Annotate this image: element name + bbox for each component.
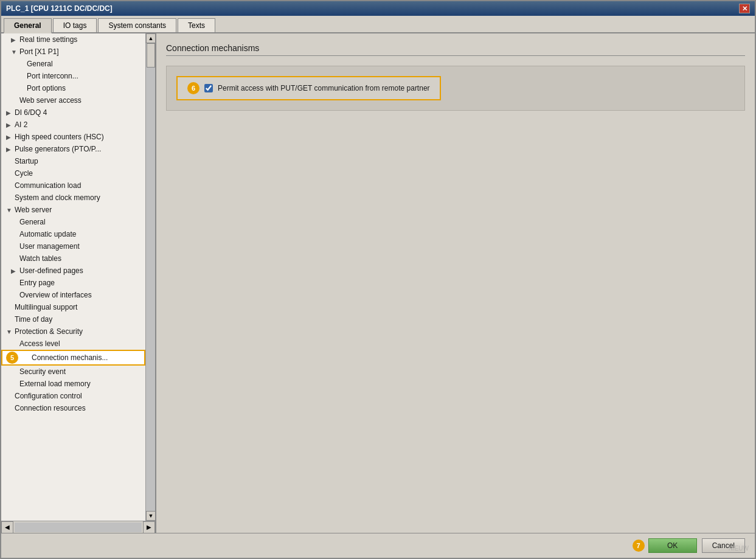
sidebar-item-label: Real time settings — [19, 35, 77, 44]
checkbox-section: 6 Permit access with PUT/GET communicati… — [166, 66, 745, 111]
sidebar-item-auto-update[interactable]: Automatic update — [1, 228, 145, 240]
sidebar-item-port-options[interactable]: Port options — [1, 82, 145, 94]
sidebar-hscroll: ◀ ▶ — [1, 521, 155, 533]
sidebar-item-conn-resources[interactable]: Connection resources — [1, 402, 145, 414]
sidebar-item-cycle[interactable]: Cycle — [1, 167, 145, 179]
sidebar-item-startup[interactable]: Startup — [1, 155, 145, 167]
tab-general[interactable]: General — [4, 18, 52, 33]
tab-io-tags[interactable]: IO tags — [53, 18, 97, 32]
arrow-icon: ▶ — [11, 36, 17, 43]
sidebar-item-real-time-settings[interactable]: ▶ Real time settings — [1, 33, 145, 46]
sidebar-item-di6dq4[interactable]: ▶ DI 6/DQ 4 — [1, 106, 145, 119]
sidebar-item-user-defined-pages[interactable]: ▶ User-defined pages — [1, 265, 145, 277]
sidebar-item-port-x1p1[interactable]: ▼ Port [X1 P1] — [1, 46, 145, 58]
sidebar-item-protection-security[interactable]: ▼ Protection & Security — [1, 325, 145, 338]
sidebar-item-access-level[interactable]: Access level — [1, 338, 145, 350]
sidebar-item-label: AI 2 — [15, 120, 27, 129]
sidebar-vscroll: ▲ ▼ — [145, 33, 155, 521]
arrow-icon: ▶ — [6, 122, 12, 128]
sidebar-item-label: Connection resources — [15, 404, 86, 412]
tab-system-constants[interactable]: System constants — [98, 18, 176, 32]
sidebar-item-label: External load memory — [19, 380, 91, 388]
tab-texts[interactable]: Texts — [178, 18, 215, 32]
ok-button[interactable]: OK — [648, 538, 697, 553]
panel-title: Connection mechanisms — [166, 43, 745, 56]
sidebar-item-pulse-gen[interactable]: ▶ Pulse generators (PTO/P... — [1, 143, 145, 155]
hscroll-track — [15, 523, 142, 532]
arrow-icon: ▼ — [6, 328, 12, 335]
sidebar-item-label: User management — [19, 242, 80, 251]
main-panel: Connection mechanisms 6 Permit access wi… — [156, 33, 755, 533]
sidebar-item-ext-load-memory[interactable]: External load memory — [1, 378, 145, 390]
step-badge-5: 5 — [6, 352, 18, 364]
sidebar-item-label: Web server access — [19, 96, 81, 105]
vscroll-down-button[interactable]: ▼ — [146, 511, 155, 521]
sidebar-item-web-server-access[interactable]: Web server access — [1, 94, 145, 106]
arrow-icon: ▶ — [6, 109, 12, 116]
tree-container[interactable]: ▶ Real time settings ▼ Port [X1 P1] Gene… — [1, 33, 145, 521]
sidebar: ▶ Real time settings ▼ Port [X1 P1] Gene… — [1, 33, 156, 533]
hscroll-right-button[interactable]: ▶ — [143, 521, 155, 533]
step-badge-6: 6 — [187, 82, 199, 94]
sidebar-item-comm-load[interactable]: Communication load — [1, 179, 145, 192]
sidebar-item-label: Multilingual support — [15, 303, 77, 311]
sidebar-item-label: Time of day — [15, 315, 52, 324]
sidebar-item-label: Web server — [15, 206, 52, 214]
close-button[interactable]: ✕ — [739, 4, 750, 13]
sidebar-item-sys-clock-mem[interactable]: System and clock memory — [1, 192, 145, 204]
tab-bar: General IO tags System constants Texts — [1, 16, 755, 33]
sidebar-item-label: General — [19, 218, 46, 226]
hscroll-left-button[interactable]: ◀ — [1, 521, 13, 533]
sidebar-item-ai2[interactable]: ▶ AI 2 — [1, 119, 145, 131]
step-badge-7: 7 — [633, 540, 645, 552]
sidebar-item-label: Communication load — [15, 181, 81, 190]
sidebar-item-label: Overview of interfaces — [19, 291, 92, 299]
sidebar-item-security-event[interactable]: Security event — [1, 366, 145, 378]
sidebar-item-label: General — [27, 60, 53, 68]
sidebar-item-web-general[interactable]: General — [1, 216, 145, 228]
sidebar-item-multilingual[interactable]: Multilingual support — [1, 301, 145, 313]
sidebar-item-label: Entry page — [19, 279, 55, 287]
sidebar-item-hsc[interactable]: ▶ High speed counters (HSC) — [1, 131, 145, 143]
permit-access-checkbox[interactable] — [204, 84, 213, 92]
sidebar-item-label: Security event — [19, 367, 66, 376]
sidebar-item-label: Automatic update — [19, 230, 76, 238]
watermark: NIEUW — [729, 545, 749, 552]
sidebar-item-user-mgmt[interactable]: User management — [1, 240, 145, 252]
sidebar-item-label: Port options — [27, 84, 66, 92]
sidebar-item-label: Pulse generators (PTO/P... — [15, 145, 101, 153]
sidebar-item-label: DI 6/DQ 4 — [15, 108, 47, 117]
sidebar-scroll-container: ▶ Real time settings ▼ Port [X1 P1] Gene… — [1, 33, 155, 521]
arrow-icon: ▶ — [6, 134, 12, 141]
sidebar-item-port-interconn[interactable]: Port interconn... — [1, 70, 145, 82]
sidebar-item-label: Connection mechanis... — [32, 353, 108, 362]
sidebar-item-config-control[interactable]: Configuration control — [1, 390, 145, 402]
permit-access-label: Permit access with PUT/GET communication… — [218, 84, 430, 92]
vscroll-thumb[interactable] — [147, 43, 155, 68]
sidebar-item-label: Configuration control — [15, 392, 82, 400]
sidebar-item-label: User-defined pages — [19, 266, 83, 275]
sidebar-item-label: Port interconn... — [27, 72, 78, 80]
sidebar-item-label: Protection & Security — [15, 327, 83, 336]
sidebar-item-label: High speed counters (HSC) — [15, 133, 104, 141]
sidebar-item-label: Cycle — [15, 169, 33, 178]
sidebar-item-watch-tables[interactable]: Watch tables — [1, 252, 145, 265]
sidebar-item-port-general[interactable]: General — [1, 58, 145, 70]
sidebar-item-web-server[interactable]: ▼ Web server — [1, 204, 145, 216]
checkbox-row: 6 Permit access with PUT/GET communicati… — [176, 76, 441, 100]
window-title: PLC_1 [CPU 1211C DC/DC/DC] — [6, 4, 113, 13]
sidebar-item-label: Watch tables — [19, 254, 61, 263]
sidebar-item-label: System and clock memory — [15, 193, 100, 202]
vscroll-up-button[interactable]: ▲ — [146, 33, 155, 43]
sidebar-item-entry-page[interactable]: Entry page — [1, 277, 145, 289]
sidebar-item-label: Access level — [19, 339, 60, 348]
main-window: PLC_1 [CPU 1211C DC/DC/DC] ✕ General IO … — [0, 0, 756, 559]
ok-button-wrapper: 7 OK — [633, 538, 697, 553]
arrow-icon: ▼ — [6, 207, 12, 214]
sidebar-item-time-of-day[interactable]: Time of day — [1, 313, 145, 325]
sidebar-item-connection-mechanis[interactable]: 5 Connection mechanis... — [1, 350, 145, 366]
sidebar-item-label: Startup — [15, 157, 38, 165]
footer: 7 OK Cancel — [1, 533, 755, 558]
arrow-icon: ▶ — [6, 146, 12, 153]
sidebar-item-overview-interfaces[interactable]: Overview of interfaces — [1, 289, 145, 301]
